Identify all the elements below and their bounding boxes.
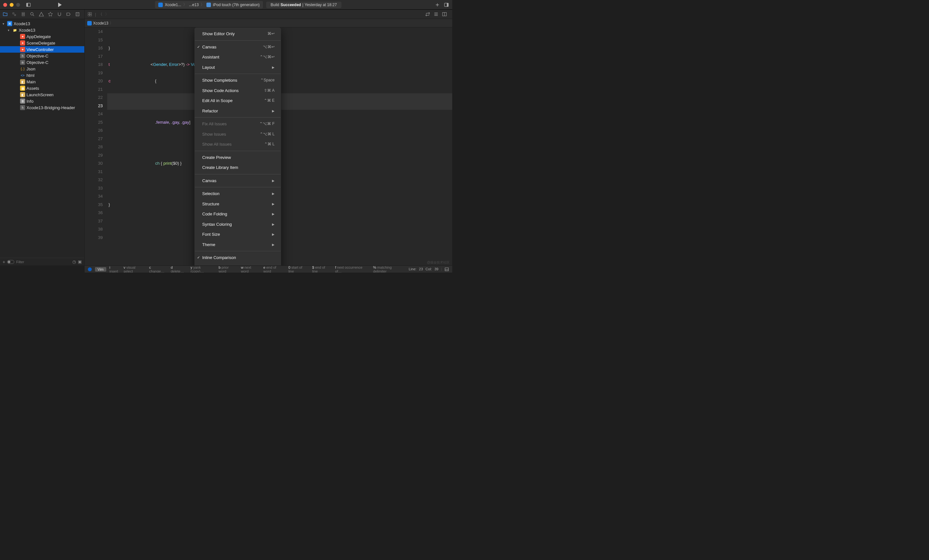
file-tree-item[interactable]: ▦Assets (0, 85, 84, 92)
svg-rect-16 (445, 268, 449, 271)
menu-item[interactable]: ✓Inline Comparison (195, 252, 281, 263)
file-tree-item[interactable]: ◧LaunchScreen (0, 92, 84, 98)
menu-item[interactable]: Selection▶ (195, 188, 281, 199)
menu-item[interactable]: Syntax Coloring▶ (195, 219, 281, 230)
file-tree-item[interactable]: ◧Main (0, 78, 84, 85)
file-tree-item[interactable]: {᎐}Json (0, 66, 84, 72)
filter-toggle[interactable] (7, 260, 14, 264)
add-editor-icon[interactable] (442, 12, 447, 17)
menu-item[interactable]: Side By Side Comparison (195, 263, 281, 266)
menu-item[interactable]: Canvas▶ (195, 176, 281, 186)
file-tree-item[interactable]: hObjective-C (0, 53, 84, 59)
file-tree-item[interactable]: ✦AppDelegate (0, 33, 84, 40)
line-number: 28 (84, 143, 103, 151)
menu-item[interactable]: Create Preview (195, 152, 281, 163)
filter-input[interactable] (16, 260, 71, 264)
file-label: Objective-C (26, 54, 49, 58)
run-button[interactable] (58, 3, 62, 7)
find-navigator-icon[interactable] (30, 12, 35, 17)
line-number: 31 (84, 168, 103, 176)
minimize-window-button[interactable] (10, 3, 14, 7)
line-number: 35 (84, 200, 103, 209)
build-status[interactable]: Build Succeeded | Yesterday at 18:27 (266, 2, 342, 8)
menu-item[interactable]: Create Library Item (195, 162, 281, 173)
live-preview-icon[interactable] (425, 12, 430, 17)
sidebar-filter-bar: + ◷ ▣ (0, 258, 84, 265)
menu-item-label: Theme (202, 240, 215, 249)
file-tree-item[interactable]: ✦SceneDelegate (0, 40, 84, 46)
menu-item[interactable]: Show Editor Only⌘↩︎ (195, 29, 281, 39)
close-window-button[interactable] (3, 3, 7, 7)
file-tree-item[interactable]: hXcode13-Bridging-Header (0, 104, 84, 111)
project-navigator-icon[interactable] (3, 12, 8, 17)
menu-item-label: Selection (202, 190, 219, 198)
file-label: Main (26, 80, 35, 84)
debug-indicator-icon[interactable] (88, 268, 92, 271)
code-editor[interactable]: 1415161718192021222324252627282930313233… (84, 28, 452, 265)
toggle-inspector-icon[interactable] (444, 2, 449, 8)
nav-forward-icon[interactable]: 〉 (105, 12, 109, 17)
related-items-icon[interactable] (87, 12, 92, 17)
svg-rect-1 (26, 3, 28, 6)
menu-separator (195, 187, 281, 187)
source-control-navigator-icon[interactable] (12, 12, 17, 17)
add-icon[interactable] (435, 2, 440, 8)
menu-item[interactable]: ✓Canvas⌥⌘↩︎ (195, 42, 281, 52)
file-tree-item[interactable]: <>html (0, 72, 84, 78)
vim-hint: $ end of line (312, 265, 331, 273)
file-tree-item[interactable]: mObjective-C (0, 59, 84, 66)
recent-files-icon[interactable]: ◷ (72, 259, 76, 264)
add-file-icon[interactable]: + (3, 259, 5, 265)
menu-item[interactable]: Code Folding▶ (195, 209, 281, 219)
menu-item-label: Show All Issues (202, 140, 231, 148)
scheme-device: iPod touch (7th generation) (213, 3, 260, 7)
menu-item: Show Issues⌃⌥⌘ L (195, 129, 281, 139)
menu-shortcut: ⌃⌥⌘ F (259, 120, 274, 128)
file-tree-item[interactable]: ≣Info (0, 98, 84, 104)
watermark: @掘金技术社区 (427, 260, 450, 265)
adjust-editor-options-icon[interactable] (434, 12, 438, 17)
jump-bar[interactable]: Xcode13 〉 (84, 19, 452, 28)
line-number: 30 (84, 159, 103, 168)
scheme-selector[interactable]: Xcode1... 〉 ...e13 〉 iPod touch (7th gen… (155, 1, 263, 8)
menu-item[interactable]: Layout▶ (195, 62, 281, 73)
nav-back-icon[interactable]: 〈 (98, 12, 103, 17)
scm-filter-icon[interactable]: ▣ (78, 259, 82, 264)
build-time: Yesterday at 18:27 (305, 3, 337, 7)
disclosure-triangle-icon[interactable]: ▾ (3, 22, 6, 26)
editor-context-menu: Show Editor Only⌘↩︎✓Canvas⌥⌘↩︎Assistant⌃… (195, 28, 281, 265)
disclosure-triangle-icon[interactable]: ▾ (8, 28, 11, 32)
issue-navigator-icon[interactable] (39, 12, 44, 17)
toggle-navigator-icon[interactable] (26, 2, 31, 8)
build-result: Succeeded (281, 3, 301, 7)
jump-project-icon (87, 21, 92, 26)
submenu-arrow-icon: ▶ (272, 190, 274, 198)
line-number: 29 (84, 151, 103, 159)
menu-item[interactable]: Theme▶ (195, 240, 281, 250)
menu-item[interactable]: Assistant⌃⌥⌘↩︎ (195, 52, 281, 62)
test-navigator-icon[interactable] (48, 12, 53, 17)
symbol-navigator-icon[interactable] (21, 12, 26, 17)
maximize-window-button[interactable] (16, 3, 20, 7)
debug-navigator-icon[interactable] (57, 12, 62, 17)
menu-item[interactable]: Font Size▶ (195, 229, 281, 240)
file-tree-item[interactable]: ▾📁Xcode13 (0, 27, 84, 33)
statusbar-panel-icon[interactable] (445, 267, 449, 272)
vim-hint: i insert (109, 265, 120, 273)
breakpoint-navigator-icon[interactable] (66, 12, 71, 17)
line-number: 27 (84, 135, 103, 143)
vim-hint: y yank (copy)… (190, 265, 215, 273)
menu-item[interactable]: Refactor▶ (195, 106, 281, 116)
file-tree-item[interactable]: ✦ViewController (0, 46, 84, 53)
file-tree-item[interactable]: ▾⌘Xcode13 (0, 20, 84, 27)
menu-shortcut: ⌃⌘ E (264, 96, 274, 105)
menu-item[interactable]: Edit All in Scope⌃⌘ E (195, 96, 281, 106)
menu-item[interactable]: Structure▶ (195, 199, 281, 209)
line-number: 32 (84, 176, 103, 184)
svg-rect-14 (90, 15, 92, 16)
menu-item-label: Show Editor Only (202, 30, 235, 38)
report-navigator-icon[interactable] (75, 12, 80, 17)
menu-item[interactable]: Show Completions⌃Space (195, 75, 281, 86)
menu-item[interactable]: Show Code Actions⇧⌘ A (195, 86, 281, 96)
menu-item-label: Canvas (202, 177, 216, 185)
